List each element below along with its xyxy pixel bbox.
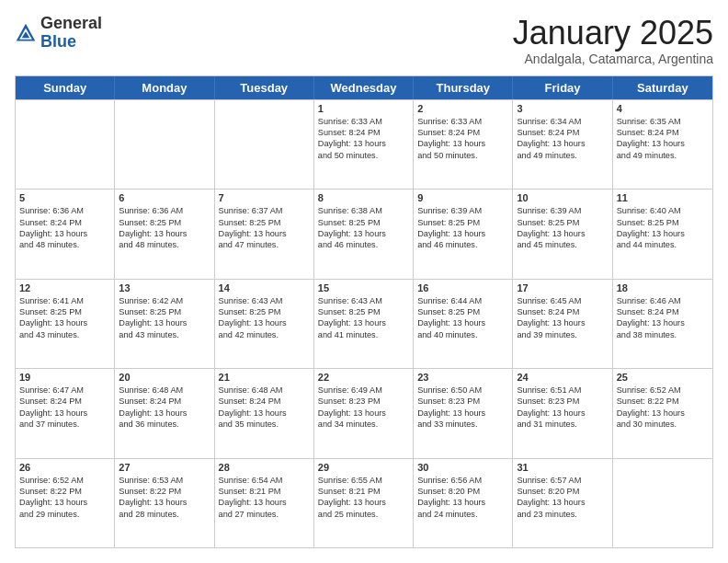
calendar-day-25: 25Sunrise: 6:52 AM Sunset: 8:22 PM Dayli… [613, 369, 712, 457]
calendar-day-23: 23Sunrise: 6:50 AM Sunset: 8:23 PM Dayli… [414, 369, 513, 457]
day-number: 21 [219, 372, 310, 383]
calendar-day-28: 28Sunrise: 6:54 AM Sunset: 8:21 PM Dayli… [215, 459, 314, 547]
header-day-thursday: Thursday [414, 76, 513, 99]
calendar-day-13: 13Sunrise: 6:42 AM Sunset: 8:25 PM Dayli… [115, 280, 214, 368]
day-number: 9 [417, 192, 508, 203]
calendar-day-16: 16Sunrise: 6:44 AM Sunset: 8:25 PM Dayli… [414, 280, 513, 368]
calendar-day-6: 6Sunrise: 6:36 AM Sunset: 8:25 PM Daylig… [115, 190, 214, 278]
header-day-friday: Friday [513, 76, 612, 99]
day-number: 16 [417, 282, 508, 293]
calendar-week-5: 26Sunrise: 6:52 AM Sunset: 8:22 PM Dayli… [16, 458, 712, 547]
calendar-day-12: 12Sunrise: 6:41 AM Sunset: 8:25 PM Dayli… [16, 280, 115, 368]
day-info: Sunrise: 6:55 AM Sunset: 8:21 PM Dayligh… [318, 476, 386, 519]
day-number: 6 [119, 192, 210, 203]
day-info: Sunrise: 6:51 AM Sunset: 8:23 PM Dayligh… [517, 385, 585, 429]
day-number: 20 [119, 372, 210, 383]
day-info: Sunrise: 6:44 AM Sunset: 8:25 PM Dayligh… [417, 296, 485, 339]
calendar-day-15: 15Sunrise: 6:43 AM Sunset: 8:25 PM Dayli… [314, 280, 414, 368]
day-info: Sunrise: 6:43 AM Sunset: 8:25 PM Dayligh… [318, 296, 386, 339]
day-number: 8 [318, 192, 409, 203]
month-title: January 2025 [513, 15, 713, 52]
day-number: 31 [517, 462, 608, 473]
day-info: Sunrise: 6:36 AM Sunset: 8:25 PM Dayligh… [119, 206, 187, 249]
day-number: 17 [517, 282, 608, 293]
day-number: 24 [517, 372, 608, 383]
calendar-day-21: 21Sunrise: 6:48 AM Sunset: 8:24 PM Dayli… [215, 369, 314, 457]
header: General Blue January 2025 Andalgala, Cat… [15, 15, 713, 66]
calendar-day-27: 27Sunrise: 6:53 AM Sunset: 8:22 PM Dayli… [115, 459, 214, 547]
day-number: 3 [517, 103, 608, 114]
day-number: 7 [219, 192, 310, 203]
calendar-day-4: 4Sunrise: 6:35 AM Sunset: 8:24 PM Daylig… [613, 100, 712, 189]
header-day-saturday: Saturday [613, 76, 712, 99]
day-number: 27 [119, 462, 210, 473]
day-number: 4 [617, 103, 709, 114]
day-number: 2 [417, 103, 508, 114]
day-info: Sunrise: 6:53 AM Sunset: 8:22 PM Dayligh… [119, 476, 187, 519]
calendar-day-30: 30Sunrise: 6:56 AM Sunset: 8:20 PM Dayli… [414, 459, 513, 547]
calendar-day-2: 2Sunrise: 6:33 AM Sunset: 8:24 PM Daylig… [414, 100, 513, 189]
day-number: 1 [318, 103, 409, 114]
day-number: 25 [617, 372, 709, 383]
day-number: 15 [318, 282, 409, 293]
calendar-day-5: 5Sunrise: 6:36 AM Sunset: 8:24 PM Daylig… [16, 190, 115, 278]
day-info: Sunrise: 6:39 AM Sunset: 8:25 PM Dayligh… [517, 206, 585, 249]
day-info: Sunrise: 6:40 AM Sunset: 8:25 PM Dayligh… [617, 206, 685, 249]
day-info: Sunrise: 6:47 AM Sunset: 8:24 PM Dayligh… [19, 385, 87, 429]
page: General Blue January 2025 Andalgala, Cat… [0, 0, 728, 563]
calendar-day-24: 24Sunrise: 6:51 AM Sunset: 8:23 PM Dayli… [513, 369, 612, 457]
day-info: Sunrise: 6:50 AM Sunset: 8:23 PM Dayligh… [417, 385, 485, 429]
day-info: Sunrise: 6:35 AM Sunset: 8:24 PM Dayligh… [617, 117, 685, 160]
logo: General Blue [15, 15, 102, 52]
day-info: Sunrise: 6:33 AM Sunset: 8:24 PM Dayligh… [417, 117, 485, 160]
day-info: Sunrise: 6:34 AM Sunset: 8:24 PM Dayligh… [517, 117, 585, 160]
calendar-day-26: 26Sunrise: 6:52 AM Sunset: 8:22 PM Dayli… [16, 459, 115, 547]
calendar-day-9: 9Sunrise: 6:39 AM Sunset: 8:25 PM Daylig… [414, 190, 513, 278]
day-number: 13 [119, 282, 210, 293]
calendar-day-20: 20Sunrise: 6:48 AM Sunset: 8:24 PM Dayli… [115, 369, 214, 457]
calendar-day-3: 3Sunrise: 6:34 AM Sunset: 8:24 PM Daylig… [513, 100, 612, 189]
calendar-week-3: 12Sunrise: 6:41 AM Sunset: 8:25 PM Dayli… [16, 279, 712, 368]
calendar-week-4: 19Sunrise: 6:47 AM Sunset: 8:24 PM Dayli… [16, 368, 712, 457]
calendar-day-14: 14Sunrise: 6:43 AM Sunset: 8:25 PM Dayli… [215, 280, 314, 368]
day-info: Sunrise: 6:42 AM Sunset: 8:25 PM Dayligh… [119, 296, 187, 339]
day-info: Sunrise: 6:49 AM Sunset: 8:23 PM Dayligh… [318, 385, 386, 429]
header-day-wednesday: Wednesday [314, 76, 414, 99]
day-number: 30 [417, 462, 508, 473]
day-number: 19 [19, 372, 110, 383]
calendar-empty-cell [613, 459, 712, 547]
calendar-day-1: 1Sunrise: 6:33 AM Sunset: 8:24 PM Daylig… [314, 100, 414, 189]
day-number: 28 [219, 462, 310, 473]
day-info: Sunrise: 6:48 AM Sunset: 8:24 PM Dayligh… [119, 385, 187, 429]
day-info: Sunrise: 6:38 AM Sunset: 8:25 PM Dayligh… [318, 206, 386, 249]
header-day-monday: Monday [115, 76, 214, 99]
day-info: Sunrise: 6:52 AM Sunset: 8:22 PM Dayligh… [19, 476, 87, 519]
calendar-day-8: 8Sunrise: 6:38 AM Sunset: 8:25 PM Daylig… [314, 190, 414, 278]
day-info: Sunrise: 6:45 AM Sunset: 8:24 PM Dayligh… [517, 296, 585, 339]
day-info: Sunrise: 6:43 AM Sunset: 8:25 PM Dayligh… [219, 296, 287, 339]
day-number: 14 [219, 282, 310, 293]
calendar-day-29: 29Sunrise: 6:55 AM Sunset: 8:21 PM Dayli… [314, 459, 414, 547]
logo-blue-text: Blue [40, 32, 76, 51]
logo-general-text: General [40, 14, 102, 32]
calendar-day-11: 11Sunrise: 6:40 AM Sunset: 8:25 PM Dayli… [613, 190, 712, 278]
calendar-empty-cell [16, 100, 115, 189]
day-number: 11 [617, 192, 709, 203]
calendar-week-2: 5Sunrise: 6:36 AM Sunset: 8:24 PM Daylig… [16, 189, 712, 278]
day-info: Sunrise: 6:36 AM Sunset: 8:24 PM Dayligh… [19, 206, 87, 249]
calendar-empty-cell [215, 100, 314, 189]
calendar-header-row: SundayMondayTuesdayWednesdayThursdayFrid… [16, 76, 712, 99]
calendar-day-22: 22Sunrise: 6:49 AM Sunset: 8:23 PM Dayli… [314, 369, 414, 457]
day-number: 5 [19, 192, 110, 203]
calendar-day-19: 19Sunrise: 6:47 AM Sunset: 8:24 PM Dayli… [16, 369, 115, 457]
calendar-week-1: 1Sunrise: 6:33 AM Sunset: 8:24 PM Daylig… [16, 99, 712, 189]
day-info: Sunrise: 6:33 AM Sunset: 8:24 PM Dayligh… [318, 117, 386, 160]
title-block: January 2025 Andalgala, Catamarca, Argen… [513, 15, 713, 66]
day-info: Sunrise: 6:48 AM Sunset: 8:24 PM Dayligh… [219, 385, 287, 429]
calendar: SundayMondayTuesdayWednesdayThursdayFrid… [15, 75, 713, 548]
calendar-day-18: 18Sunrise: 6:46 AM Sunset: 8:24 PM Dayli… [613, 280, 712, 368]
day-number: 22 [318, 372, 409, 383]
calendar-day-17: 17Sunrise: 6:45 AM Sunset: 8:24 PM Dayli… [513, 280, 612, 368]
calendar-day-31: 31Sunrise: 6:57 AM Sunset: 8:20 PM Dayli… [513, 459, 612, 547]
day-number: 18 [617, 282, 709, 293]
